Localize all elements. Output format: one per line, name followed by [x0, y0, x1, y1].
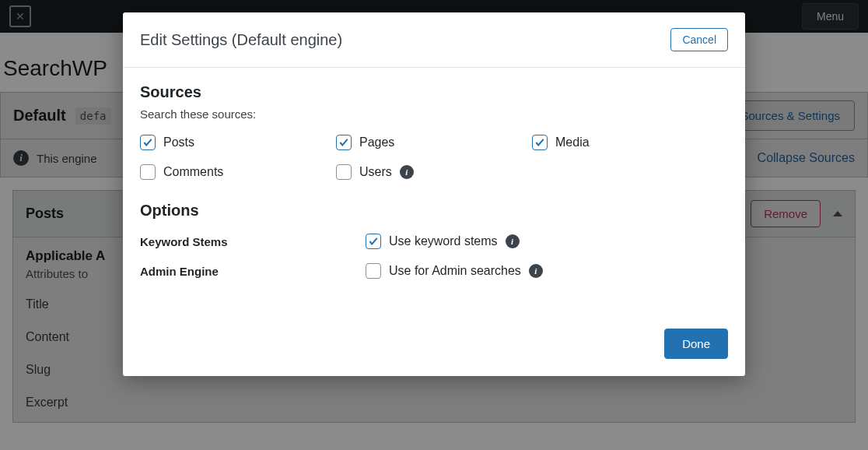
source-checkbox-media[interactable]: Media	[532, 135, 728, 150]
sources-hint: Search these sources:	[140, 107, 728, 121]
info-icon[interactable]: i	[529, 264, 543, 278]
source-checkbox-pages[interactable]: Pages	[336, 135, 532, 150]
option-desc: Use keyword stems	[389, 234, 498, 248]
checkbox-icon	[366, 234, 381, 249]
modal-header: Edit Settings (Default engine) Cancel	[123, 12, 745, 68]
checkbox-icon	[336, 135, 352, 150]
checkbox-icon	[140, 135, 156, 150]
checkbox-icon	[140, 164, 156, 180]
checkbox-icon	[336, 164, 352, 180]
option-desc: Use for Admin searches	[389, 264, 521, 278]
admin-engine-checkbox[interactable]: Use for Admin searches	[366, 263, 521, 279]
option-label: Admin Engine	[140, 265, 366, 278]
cancel-button[interactable]: Cancel	[670, 28, 728, 51]
source-label: Pages	[359, 135, 394, 149]
sources-heading: Sources	[140, 83, 728, 101]
info-icon[interactable]: i	[506, 234, 520, 248]
source-label: Media	[555, 135, 590, 149]
option-admin-engine: Admin Engine Use for Admin searches i	[140, 263, 728, 279]
source-label: Posts	[163, 135, 194, 149]
modal-footer: Done	[123, 318, 745, 376]
options-heading: Options	[140, 202, 728, 220]
source-label: Comments	[163, 165, 223, 179]
checkbox-icon	[532, 135, 548, 150]
checkbox-icon	[366, 263, 381, 279]
modal-title: Edit Settings (Default engine)	[140, 31, 342, 49]
done-button[interactable]: Done	[664, 329, 728, 359]
option-label: Keyword Stems	[140, 235, 366, 248]
info-icon[interactable]: i	[400, 165, 414, 179]
source-checkbox-comments[interactable]: Comments	[140, 164, 336, 180]
sources-grid: Posts Pages Media Comments Users i	[140, 135, 728, 180]
source-label: Users	[359, 165, 392, 179]
option-keyword-stems: Keyword Stems Use keyword stems i	[140, 234, 728, 249]
edit-settings-modal: Edit Settings (Default engine) Cancel So…	[123, 12, 745, 376]
modal-overlay: Edit Settings (Default engine) Cancel So…	[0, 0, 868, 450]
source-checkbox-users[interactable]: Users i	[336, 164, 532, 180]
modal-body: Sources Search these sources: Posts Page…	[123, 68, 745, 318]
keyword-stems-checkbox[interactable]: Use keyword stems	[366, 234, 498, 249]
source-checkbox-posts[interactable]: Posts	[140, 135, 336, 150]
